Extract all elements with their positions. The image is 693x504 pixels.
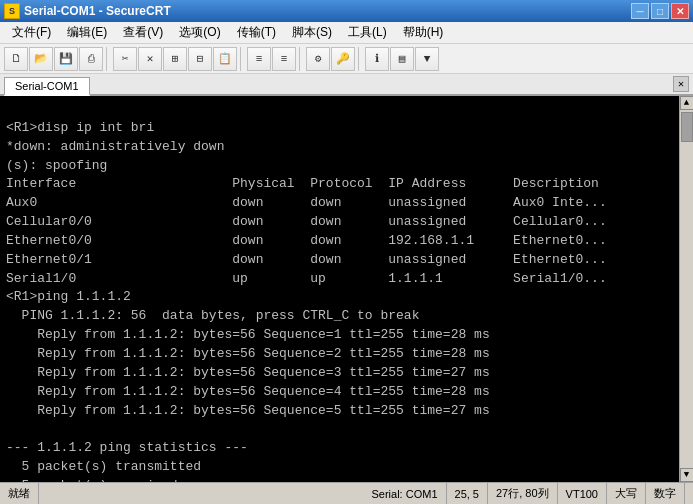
status-numpad: 数字 xyxy=(646,483,685,504)
menu-tools[interactable]: 工具(L) xyxy=(340,22,395,43)
status-bar: 就绪 Serial: COM1 25, 5 27行, 80列 VT100 大写 … xyxy=(0,482,693,504)
toolbar-new-btn[interactable]: 🗋 xyxy=(4,47,28,71)
scrollbar-track[interactable] xyxy=(680,110,693,468)
title-controls: ─ □ ✕ xyxy=(631,3,689,19)
toolbar-grid-btn[interactable]: ▤ xyxy=(390,47,414,71)
status-position: 25, 5 xyxy=(447,483,488,504)
app-window: S Serial-COM1 - SecureCRT ─ □ ✕ 文件(F) 编辑… xyxy=(0,0,693,504)
tab-close-btn[interactable]: ✕ xyxy=(673,76,689,92)
toolbar-info-btn[interactable]: ℹ xyxy=(365,47,389,71)
tab-label: Serial-COM1 xyxy=(15,80,79,92)
minimize-button[interactable]: ─ xyxy=(631,3,649,19)
menu-script[interactable]: 脚本(S) xyxy=(284,22,340,43)
menu-transfer[interactable]: 传输(T) xyxy=(229,22,284,43)
tab-bar: Serial-COM1 ✕ xyxy=(0,74,693,96)
toolbar: 🗋 📂 💾 ⎙ ✂ ✕ ⊞ ⊟ 📋 ≡ ≡ ⚙ 🔑 ℹ ▤ ▼ xyxy=(0,44,693,74)
window-title: Serial-COM1 - SecureCRT xyxy=(24,4,171,18)
toolbar-sep4 xyxy=(358,47,362,71)
toolbar-save-btn[interactable]: 💾 xyxy=(54,47,78,71)
status-connection: Serial: COM1 xyxy=(363,483,446,504)
title-bar: S Serial-COM1 - SecureCRT ─ □ ✕ xyxy=(0,0,693,22)
toolbar-sep3 xyxy=(299,47,303,71)
menu-bar: 文件(F) 编辑(E) 查看(V) 选项(O) 传输(T) 脚本(S) 工具(L… xyxy=(0,22,693,44)
scrollbar[interactable]: ▲ ▼ xyxy=(679,96,693,482)
toolbar-copy2-btn[interactable]: ⊟ xyxy=(188,47,212,71)
toolbar-print-btn[interactable]: ⎙ xyxy=(79,47,103,71)
toolbar-sep1 xyxy=(106,47,110,71)
scrollbar-down-btn[interactable]: ▼ xyxy=(680,468,694,482)
toolbar-open-btn[interactable]: 📂 xyxy=(29,47,53,71)
status-ready: 就绪 xyxy=(8,483,39,504)
toolbar-paste-btn[interactable]: 📋 xyxy=(213,47,237,71)
terminal-content[interactable]: <R1>disp ip int bri *down: administrativ… xyxy=(0,96,679,482)
terminal-area[interactable]: <R1>disp ip int bri *down: administrativ… xyxy=(0,96,693,482)
toolbar-copy-btn[interactable]: ⊞ xyxy=(163,47,187,71)
status-encoding: VT100 xyxy=(558,483,607,504)
scrollbar-thumb[interactable] xyxy=(681,112,693,142)
toolbar-cut-btn[interactable]: ✂ xyxy=(113,47,137,71)
scrollbar-up-btn[interactable]: ▲ xyxy=(680,96,694,110)
toolbar-settings-btn[interactable]: ⚙ xyxy=(306,47,330,71)
menu-view[interactable]: 查看(V) xyxy=(115,22,171,43)
toolbar-menu2-btn[interactable]: ≡ xyxy=(272,47,296,71)
menu-help[interactable]: 帮助(H) xyxy=(395,22,452,43)
toolbar-menu1-btn[interactable]: ≡ xyxy=(247,47,271,71)
status-rows-cols: 27行, 80列 xyxy=(488,483,558,504)
toolbar-delete-btn[interactable]: ✕ xyxy=(138,47,162,71)
status-caps: 大写 xyxy=(607,483,646,504)
app-icon: S xyxy=(4,3,20,19)
toolbar-sep2 xyxy=(240,47,244,71)
tab-serial-com1[interactable]: Serial-COM1 xyxy=(4,77,90,96)
menu-file[interactable]: 文件(F) xyxy=(4,22,59,43)
toolbar-more-btn[interactable]: ▼ xyxy=(415,47,439,71)
menu-options[interactable]: 选项(O) xyxy=(171,22,228,43)
maximize-button[interactable]: □ xyxy=(651,3,669,19)
close-button[interactable]: ✕ xyxy=(671,3,689,19)
title-bar-title: S Serial-COM1 - SecureCRT xyxy=(4,3,171,19)
toolbar-key-btn[interactable]: 🔑 xyxy=(331,47,355,71)
terminal-text: <R1>disp ip int bri *down: administrativ… xyxy=(6,100,673,482)
menu-edit[interactable]: 编辑(E) xyxy=(59,22,115,43)
